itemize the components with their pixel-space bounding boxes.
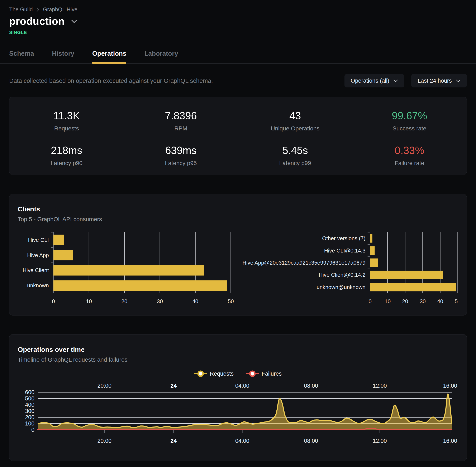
svg-text:08:00: 08:00 (304, 438, 318, 444)
stat-latency-p95: 639msLatency p95 (124, 144, 238, 167)
svg-text:0: 0 (31, 427, 34, 433)
svg-text:24: 24 (170, 383, 177, 389)
chevron-down-icon (393, 79, 398, 82)
ops-card-subtitle: Timeline of GraphQL requests and failure… (18, 356, 458, 363)
bar-row: Hive Client@0.14.2 (318, 271, 443, 279)
chevron-down-icon (71, 19, 77, 23)
stat-value: 218ms (51, 144, 82, 156)
svg-text:600: 600 (25, 389, 34, 395)
stat-unique-operations: 43Unique Operations (238, 110, 352, 132)
svg-text:24: 24 (170, 438, 177, 444)
tab-bar: SchemaHistoryOperationsLaboratory (0, 50, 476, 64)
bar (53, 265, 204, 276)
ops-card-title: Operations over time (18, 346, 458, 353)
clients-charts-row: Hive CLIHive AppHive Clientunknown010203… (18, 231, 458, 307)
stat-label: Requests (54, 125, 79, 132)
svg-text:04:00: 04:00 (235, 438, 250, 444)
stat-label: Latency p99 (279, 160, 311, 167)
chevron-down-icon (456, 79, 461, 82)
operations-filter-dropdown[interactable]: Operations (all) (344, 74, 404, 87)
legend-item-requests[interactable]: Requests (194, 370, 234, 377)
stat-value: 639ms (165, 144, 197, 156)
date-range-dropdown[interactable]: Last 24 hours (411, 74, 467, 87)
page-header: The GuildGraphQL Hive production SINGLE (0, 0, 476, 35)
svg-text:Hive Client: Hive Client (23, 267, 49, 273)
breadcrumb-item-graphql-hive[interactable]: GraphQL Hive (43, 6, 78, 13)
svg-text:Hive Client@0.14.2: Hive Client@0.14.2 (318, 272, 365, 278)
bar-row: Hive Client (23, 265, 204, 276)
breadcrumb-item-the-guild[interactable]: The Guild (9, 6, 33, 13)
svg-text:400: 400 (25, 402, 34, 408)
svg-text:0: 0 (52, 298, 55, 304)
svg-text:300: 300 (25, 408, 34, 414)
stat-value: 99.67% (392, 110, 427, 122)
requests-area (38, 394, 452, 430)
svg-text:40: 40 (437, 298, 443, 304)
bar (53, 235, 64, 245)
stat-value: 11.3K (53, 110, 80, 122)
svg-text:04:00: 04:00 (235, 383, 250, 389)
stat-latency-p90: 218msLatency p90 (9, 144, 124, 167)
bar-row: Hive App@20e3129caa921c35e9979631e17a067… (242, 259, 378, 267)
chart-legend: RequestsFailures (18, 370, 458, 377)
svg-text:200: 200 (25, 414, 34, 420)
svg-text:20: 20 (402, 298, 408, 304)
stat-success-rate: 99.67%Success rate (352, 110, 467, 132)
tab-laboratory[interactable]: Laboratory (144, 50, 178, 63)
svg-text:16:00: 16:00 (443, 383, 457, 389)
tab-operations[interactable]: Operations (92, 50, 127, 63)
bar-row: unknown@unknown (317, 283, 456, 291)
info-row: Data collected based on operation execut… (9, 74, 467, 87)
stat-requests: 11.3KRequests (9, 110, 124, 132)
stat-value: 7.8396 (165, 110, 197, 122)
bar-row: unknown (27, 280, 227, 291)
clients-card: Clients Top 5 - GraphQL API consumers Hi… (9, 194, 467, 315)
stat-label: Success rate (393, 125, 426, 132)
clients-by-version-chart: Other versions (7)Hive CLI@0.14.3Hive Ap… (238, 231, 459, 307)
bar (370, 259, 378, 267)
svg-text:50: 50 (228, 298, 234, 304)
clients-by-name-chart: Hive CLIHive AppHive Clientunknown010203… (18, 231, 238, 307)
page-title: production (9, 15, 65, 27)
svg-text:20: 20 (121, 298, 127, 304)
operations-over-time-card: Operations over time Timeline of GraphQL… (9, 334, 467, 461)
legend-item-failures[interactable]: Failures (246, 370, 282, 377)
svg-text:unknown: unknown (27, 282, 49, 289)
legend-label: Failures (262, 371, 282, 377)
svg-text:100: 100 (25, 420, 34, 427)
svg-text:0: 0 (369, 298, 371, 304)
bar (370, 234, 372, 243)
bar-row: Other versions (7) (322, 234, 372, 243)
svg-text:Hive App@20e3129caa921c35e9979: Hive App@20e3129caa921c35e9979631e17a067… (242, 259, 366, 266)
chevron-right-icon (37, 7, 39, 12)
stats-panel: 11.3KRequests7.8396RPM43Unique Operation… (9, 97, 467, 175)
graphql-hive-operations-page: The GuildGraphQL Hive production SINGLE … (0, 0, 476, 467)
date-range-label: Last 24 hours (418, 78, 452, 84)
tab-history[interactable]: History (52, 50, 74, 63)
bar (370, 246, 374, 255)
stat-latency-p99: 5.45sLatency p99 (238, 144, 352, 167)
description-text: Data collected based on operation execut… (9, 78, 213, 84)
svg-text:40: 40 (192, 298, 198, 304)
svg-text:20:00: 20:00 (97, 383, 111, 389)
bar (53, 250, 73, 260)
svg-text:12:00: 12:00 (373, 383, 387, 389)
svg-text:50: 50 (455, 298, 458, 304)
target-selector[interactable]: production (9, 15, 467, 27)
bar (53, 280, 227, 291)
svg-text:Hive App: Hive App (27, 252, 49, 258)
tab-schema[interactable]: Schema (9, 50, 34, 63)
svg-text:Other versions (7): Other versions (7) (322, 235, 365, 241)
svg-text:20:00: 20:00 (97, 438, 111, 444)
stat-label: Latency p95 (165, 160, 197, 167)
stat-label: Failure rate (395, 160, 424, 167)
svg-text:500: 500 (25, 395, 34, 402)
svg-text:30: 30 (157, 298, 163, 304)
stat-failure-rate: 0.33%Failure rate (352, 144, 467, 167)
svg-text:unknown@unknown: unknown@unknown (317, 284, 365, 290)
stat-label: Unique Operations (271, 125, 319, 132)
svg-text:10: 10 (384, 298, 391, 304)
svg-text:30: 30 (420, 298, 426, 304)
svg-text:Hive CLI: Hive CLI (28, 237, 49, 243)
bar-row: Hive App (27, 250, 73, 260)
